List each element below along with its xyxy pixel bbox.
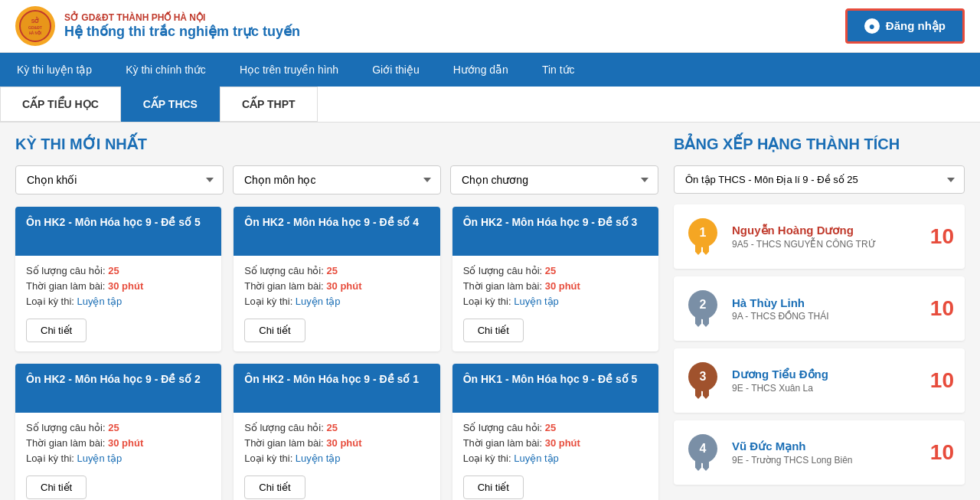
rank-ribbon-1	[695, 244, 710, 255]
rank-badge-1: 1	[684, 215, 721, 258]
rank-school-2: 9A - THCS ĐỒNG THÁI	[732, 311, 829, 322]
nav-item-huong-dan[interactable]: Hướng dẫn	[436, 53, 525, 87]
card-so-luong-1: Số lượng câu hỏi: 25	[244, 265, 429, 276]
ranking-select[interactable]: Ôn tập THCS - Môn Địa lí 9 - Đề số 25	[674, 165, 965, 194]
header: SỞ GD&ĐT HÀ NỘI SỞ GD&ĐT THÀNH PHỐ HÀ NỘ…	[0, 0, 980, 53]
card-loai-4: Loại kỳ thi: Luyện tập	[244, 453, 429, 464]
tab-tieu-hoc[interactable]: CẤP TIỂU HỌC	[0, 87, 121, 122]
filter-mon[interactable]: Chọn môn học	[233, 165, 441, 194]
rank-ribbon-3	[695, 388, 710, 399]
rank-school-1: 9A5 - THCS NGUYỄN CÔNG TRỨ	[732, 239, 876, 250]
detail-button-1[interactable]: Chi tiết	[244, 319, 305, 342]
filter-khoi[interactable]: Chọn khối	[15, 165, 224, 194]
card-header-0: Ôn HK2 - Môn Hóa học 9 - Đề số 5	[15, 207, 221, 256]
left-section-title: KỲ THI MỚI NHẤT	[15, 135, 658, 153]
tab-thpt[interactable]: CẤP THPT	[220, 87, 318, 122]
rank-name-1: Nguyễn Hoàng Dương	[732, 224, 876, 237]
card-thoi-gian-5: Thời gian làm bài: 30 phút	[463, 437, 648, 449]
detail-button-2[interactable]: Chi tiết	[463, 319, 524, 342]
card-thoi-gian-2: Thời gian làm bài: 30 phút	[463, 280, 648, 292]
rank-left-3: 3 Dương Tiểu Đồng 9E - THCS Xuân La	[684, 359, 828, 402]
logo-icon: SỞ GD&ĐT HÀ NỘI	[15, 6, 55, 46]
header-subtitle: SỞ GD&ĐT THÀNH PHỐ HÀ NỘI	[64, 12, 300, 23]
nav-item-truyen-hinh[interactable]: Học trên truyền hình	[223, 53, 355, 87]
header-title-block: SỞ GD&ĐT THÀNH PHỐ HÀ NỘI Hệ thống thi t…	[64, 12, 300, 40]
exam-card-5: Ôn HK1 - Môn Hóa học 9 - Đề số 5 Số lượn…	[452, 364, 658, 500]
card-loai-2: Loại kỳ thi: Luyện tập	[463, 296, 648, 307]
rank-badge-3: 3	[684, 359, 721, 402]
exam-card-0: Ôn HK2 - Môn Hóa học 9 - Đề số 5 Số lượn…	[15, 207, 221, 351]
card-body-3: Số lượng câu hỏi: 25 Thời gian làm bài: …	[15, 413, 221, 500]
rank-score-3: 10	[930, 368, 954, 393]
ranking-title: BẢNG XẾP HẠNG THÀNH TÍCH	[674, 135, 965, 153]
filter-chuong[interactable]: Chọn chương	[450, 165, 658, 194]
rank-medal-4: 4	[688, 434, 717, 463]
rank-card-1: 1 Nguyễn Hoàng Dương 9A5 - THCS NGUYỄN C…	[674, 204, 965, 269]
detail-button-3[interactable]: Chi tiết	[26, 475, 87, 499]
rank-score-1: 10	[930, 224, 954, 249]
rank-medal-2: 2	[688, 290, 717, 319]
rank-left-4: 4 Vũ Đức Mạnh 9E - Trường THCS Long Biên	[684, 431, 853, 474]
rank-medal-3: 3	[688, 362, 717, 391]
rank-medal-1: 1	[688, 218, 717, 247]
card-thoi-gian-4: Thời gian làm bài: 30 phút	[244, 437, 429, 449]
main-nav: Kỳ thi luyện tập Kỳ thi chính thức Học t…	[0, 53, 980, 87]
rank-score-4: 10	[930, 440, 954, 465]
card-body-0: Số lượng câu hỏi: 25 Thời gian làm bài: …	[15, 256, 221, 351]
rank-card-4: 4 Vũ Đức Mạnh 9E - Trường THCS Long Biên…	[674, 420, 965, 485]
detail-button-0[interactable]: Chi tiết	[26, 319, 87, 342]
card-loai-3: Loại kỳ thi: Luyện tập	[26, 453, 211, 464]
tab-thcs[interactable]: CẤP THCS	[121, 87, 220, 122]
rank-ribbon-4	[695, 460, 710, 471]
rank-name-3: Dương Tiểu Đồng	[732, 368, 828, 381]
left-section: KỲ THI MỚI NHẤT Chọn khối Chọn môn học C…	[15, 135, 658, 500]
rank-info-3: Dương Tiểu Đồng 9E - THCS Xuân La	[732, 368, 828, 394]
exam-card-4: Ôn HK2 - Môn Hóa học 9 - Đề số 1 Số lượn…	[234, 364, 439, 500]
card-so-luong-4: Số lượng câu hỏi: 25	[244, 422, 429, 433]
card-header-4: Ôn HK2 - Môn Hóa học 9 - Đề số 1	[234, 364, 439, 413]
card-header-5: Ôn HK1 - Môn Hóa học 9 - Đề số 5	[452, 364, 658, 413]
card-loai-1: Loại kỳ thi: Luyện tập	[244, 296, 429, 307]
cards-grid: Ôn HK2 - Môn Hóa học 9 - Đề số 5 Số lượn…	[15, 207, 658, 500]
card-thoi-gian-0: Thời gian làm bài: 30 phút	[26, 280, 211, 292]
level-tabs: CẤP TIỂU HỌC CẤP THCS CẤP THPT	[0, 87, 980, 123]
login-label: Đăng nhập	[886, 19, 946, 33]
rank-score-2: 10	[930, 296, 954, 321]
exam-card-1: Ôn HK2 - Môn Hóa học 9 - Đề số 4 Số lượn…	[234, 207, 439, 351]
exam-card-2: Ôn HK2 - Môn Hóa học 9 - Đề số 3 Số lượn…	[452, 207, 658, 351]
rank-info-1: Nguyễn Hoàng Dương 9A5 - THCS NGUYỄN CÔN…	[732, 224, 876, 250]
nav-item-chinh-thuc[interactable]: Kỳ thi chính thức	[109, 53, 223, 87]
login-button[interactable]: ● Đăng nhập	[845, 8, 965, 44]
rank-card-3: 3 Dương Tiểu Đồng 9E - THCS Xuân La 10	[674, 348, 965, 413]
rankings-list: 1 Nguyễn Hoàng Dương 9A5 - THCS NGUYỄN C…	[674, 204, 965, 485]
user-icon: ●	[864, 18, 880, 34]
svg-text:HÀ NỘI: HÀ NỘI	[29, 30, 41, 35]
detail-button-5[interactable]: Chi tiết	[463, 475, 524, 499]
rank-school-3: 9E - THCS Xuân La	[732, 383, 828, 394]
card-so-luong-5: Số lượng câu hỏi: 25	[463, 422, 648, 433]
card-header-3: Ôn HK2 - Môn Hóa học 9 - Đề số 2	[15, 364, 221, 413]
card-loai-5: Loại kỳ thi: Luyện tập	[463, 453, 648, 464]
card-body-1: Số lượng câu hỏi: 25 Thời gian làm bài: …	[234, 256, 439, 351]
filters-row: Chọn khối Chọn môn học Chọn chương	[15, 165, 658, 194]
rank-info-4: Vũ Đức Mạnh 9E - Trường THCS Long Biên	[732, 440, 853, 466]
main-content: KỲ THI MỚI NHẤT Chọn khối Chọn môn học C…	[0, 123, 980, 500]
header-logo: SỞ GD&ĐT HÀ NỘI SỞ GD&ĐT THÀNH PHỐ HÀ NỘ…	[15, 6, 300, 46]
nav-item-tin-tuc[interactable]: Tin tức	[525, 53, 592, 87]
nav-item-gioi-thieu[interactable]: Giới thiệu	[355, 53, 436, 87]
rank-badge-2: 2	[684, 287, 721, 330]
nav-item-luyen-tap[interactable]: Kỳ thi luyện tập	[0, 53, 109, 87]
exam-card-3: Ôn HK2 - Môn Hóa học 9 - Đề số 2 Số lượn…	[15, 364, 221, 500]
card-body-4: Số lượng câu hỏi: 25 Thời gian làm bài: …	[234, 413, 439, 500]
rank-card-2: 2 Hà Thùy Linh 9A - THCS ĐỒNG THÁI 10	[674, 276, 965, 341]
card-body-5: Số lượng câu hỏi: 25 Thời gian làm bài: …	[452, 413, 658, 500]
rank-name-2: Hà Thùy Linh	[732, 296, 829, 309]
rank-name-4: Vũ Đức Mạnh	[732, 440, 853, 453]
detail-button-4[interactable]: Chi tiết	[244, 475, 305, 499]
rank-left-2: 2 Hà Thùy Linh 9A - THCS ĐỒNG THÁI	[684, 287, 829, 330]
card-header-1: Ôn HK2 - Môn Hóa học 9 - Đề số 4	[234, 207, 439, 256]
card-thoi-gian-1: Thời gian làm bài: 30 phút	[244, 280, 429, 292]
rank-badge-4: 4	[684, 431, 721, 474]
card-thoi-gian-3: Thời gian làm bài: 30 phút	[26, 437, 211, 449]
rank-left-1: 1 Nguyễn Hoàng Dương 9A5 - THCS NGUYỄN C…	[684, 215, 876, 258]
